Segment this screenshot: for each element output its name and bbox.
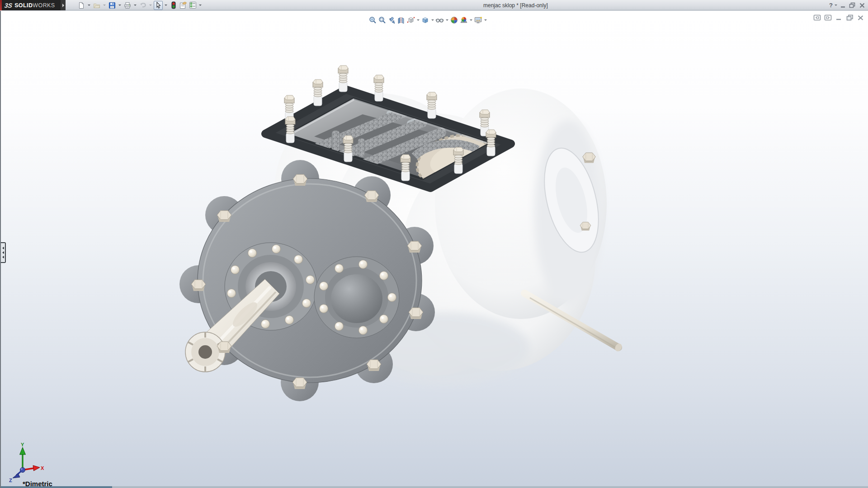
view-orientation-label: *Dimetric bbox=[23, 480, 52, 488]
apply-scene-button[interactable] bbox=[459, 15, 468, 25]
view-orientation-button[interactable] bbox=[406, 15, 415, 25]
save-floppy-icon bbox=[108, 2, 116, 9]
undo-dropdown[interactable] bbox=[148, 1, 153, 10]
restore-button[interactable] bbox=[848, 1, 857, 9]
traffic-light-icon bbox=[171, 1, 176, 9]
view-orientation-icon bbox=[407, 16, 415, 24]
expand-panel-right-button[interactable] bbox=[823, 14, 833, 22]
display-style-button[interactable] bbox=[420, 15, 430, 25]
rebuild-button[interactable] bbox=[169, 1, 178, 10]
menu-expand-arrow[interactable] bbox=[61, 0, 66, 10]
zoom-to-fit-icon bbox=[369, 16, 377, 24]
graphics-viewport[interactable]: Y X Z *Dimetric bbox=[0, 11, 868, 488]
previous-view-button[interactable] bbox=[387, 15, 396, 25]
previous-view-icon bbox=[388, 16, 396, 24]
rear-bolt bbox=[580, 222, 591, 231]
minimize-button[interactable] bbox=[839, 1, 847, 9]
file-properties-button[interactable] bbox=[179, 1, 188, 10]
doc-close-icon bbox=[857, 15, 864, 21]
hide-show-items-button[interactable] bbox=[435, 15, 444, 25]
view-settings-button[interactable] bbox=[473, 15, 483, 25]
print-dropdown[interactable] bbox=[132, 1, 137, 10]
collapse-panel-left-button[interactable] bbox=[812, 14, 822, 22]
close-icon bbox=[859, 3, 865, 8]
file-properties-icon bbox=[179, 1, 187, 9]
print-button[interactable] bbox=[123, 1, 132, 10]
select-button[interactable] bbox=[154, 1, 163, 10]
options-checklist-icon bbox=[189, 1, 197, 9]
solidworks-logo: 3S SOLIDWORKS bbox=[0, 0, 61, 10]
save-dropdown[interactable] bbox=[117, 1, 122, 10]
logo-red-strip bbox=[0, 0, 2, 10]
close-button[interactable] bbox=[858, 1, 866, 9]
open-folder-icon bbox=[93, 2, 100, 9]
collapse-left-icon bbox=[813, 14, 821, 21]
brand-solid: SOLID bbox=[14, 2, 33, 9]
open-dropdown[interactable] bbox=[102, 1, 107, 10]
window-controls: ? bbox=[828, 0, 866, 10]
status-bar-edge-segment bbox=[1, 486, 112, 488]
options-button[interactable] bbox=[188, 1, 197, 10]
window-title: menjac sklop * [Read-only] bbox=[483, 2, 548, 9]
section-view-button[interactable] bbox=[396, 15, 406, 25]
open-button[interactable] bbox=[92, 1, 101, 10]
restore-icon bbox=[849, 2, 856, 8]
gearbox-3d-model[interactable] bbox=[1, 11, 868, 488]
status-bar-edge bbox=[1, 486, 868, 488]
zoom-to-area-icon bbox=[378, 16, 386, 24]
view-orientation-dropdown[interactable] bbox=[415, 15, 420, 25]
ds-logo-glyph: 3S bbox=[4, 2, 13, 9]
zoom-to-fit-button[interactable] bbox=[368, 15, 377, 25]
brand-works: WORKS bbox=[33, 2, 55, 9]
doc-close-button[interactable] bbox=[856, 14, 865, 22]
display-style-icon bbox=[421, 16, 429, 24]
doc-restore-icon bbox=[846, 14, 854, 21]
hide-show-items-dropdown[interactable] bbox=[444, 15, 449, 25]
zoom-to-area-button[interactable] bbox=[377, 15, 387, 25]
right-domed-cover bbox=[314, 257, 399, 338]
triad-z-label: Z bbox=[9, 478, 12, 483]
apply-scene-dropdown[interactable] bbox=[468, 15, 473, 25]
document-window-controls bbox=[811, 14, 865, 22]
headsup-view-toolbar bbox=[368, 14, 488, 25]
display-style-dropdown[interactable] bbox=[430, 15, 435, 25]
section-view-icon bbox=[397, 16, 405, 24]
triad-y-label: Y bbox=[21, 442, 24, 447]
expand-right-icon bbox=[824, 14, 832, 21]
apply-scene-icon bbox=[460, 16, 468, 24]
save-button[interactable] bbox=[108, 1, 117, 10]
undo-icon bbox=[139, 1, 147, 9]
edit-appearance-button[interactable] bbox=[449, 15, 459, 25]
options-dropdown[interactable] bbox=[198, 1, 203, 10]
doc-restore-button[interactable] bbox=[845, 14, 854, 22]
new-document-button[interactable] bbox=[77, 1, 86, 10]
appearance-sphere-icon bbox=[450, 16, 458, 24]
doc-minimize-icon bbox=[835, 15, 842, 21]
reference-triad: Y X Z bbox=[4, 442, 45, 483]
select-dropdown[interactable] bbox=[163, 1, 168, 10]
print-icon bbox=[124, 2, 131, 9]
title-bar: 3S SOLIDWORKS bbox=[0, 0, 868, 10]
rear-bolt bbox=[583, 153, 596, 163]
view-settings-icon bbox=[474, 16, 482, 24]
triad-x-label: X bbox=[41, 465, 44, 471]
new-document-dropdown[interactable] bbox=[86, 1, 91, 10]
feature-tree-collapse-tab[interactable] bbox=[1, 242, 6, 263]
minimize-icon bbox=[840, 3, 846, 8]
undo-button[interactable] bbox=[138, 1, 147, 10]
eyeglasses-icon bbox=[435, 16, 444, 24]
doc-minimize-button[interactable] bbox=[834, 14, 844, 22]
standard-toolbar bbox=[77, 0, 203, 10]
new-document-icon bbox=[78, 2, 85, 9]
select-cursor-icon bbox=[155, 2, 162, 9]
help-button[interactable]: ? bbox=[828, 2, 834, 9]
help-dropdown[interactable] bbox=[834, 5, 838, 6]
view-settings-dropdown[interactable] bbox=[483, 15, 488, 25]
